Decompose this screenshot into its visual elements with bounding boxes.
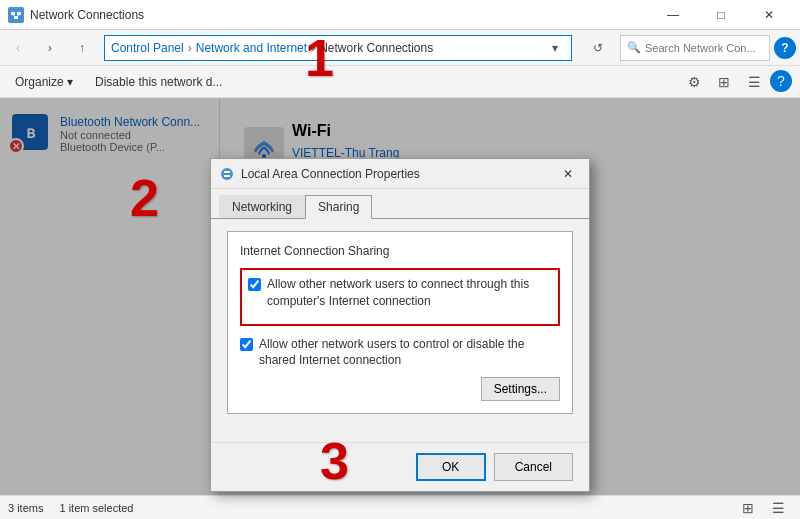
dialog-tabs: Networking Sharing <box>211 189 589 218</box>
address-dropdown-button[interactable]: ▾ <box>545 38 565 58</box>
status-view-controls: ⊞ ☰ <box>734 496 792 520</box>
svg-point-6 <box>221 168 233 180</box>
checkbox-row-2: Allow other network users to control or … <box>240 336 560 370</box>
details-view-button[interactable]: ☰ <box>740 70 768 94</box>
settings-button[interactable]: Settings... <box>481 377 560 401</box>
dialog-close-button[interactable]: ✕ <box>555 163 581 185</box>
breadcrumb-network-connections: Network Connections <box>319 41 433 55</box>
dialog-network-icon <box>219 166 235 182</box>
help-button[interactable]: ? <box>774 37 796 59</box>
minimize-button[interactable]: — <box>650 0 696 30</box>
dialog-title-left: Local Area Connection Properties <box>219 166 420 182</box>
properties-dialog: Local Area Connection Properties ✕ Netwo… <box>210 158 590 492</box>
selected-count: 1 item selected <box>59 502 133 514</box>
content-area: ʙ ✕ Bluetooth Network Conn... Not connec… <box>0 98 800 495</box>
svg-rect-8 <box>224 175 230 177</box>
dialog-title: Local Area Connection Properties <box>241 167 420 181</box>
dialog-footer: OK Cancel <box>211 442 589 491</box>
address-bar[interactable]: Control Panel › Network and Internet › N… <box>104 35 572 61</box>
navigation-toolbar: ‹ › ↑ Control Panel › Network and Intern… <box>0 30 800 66</box>
breadcrumb-control-panel[interactable]: Control Panel <box>111 41 184 55</box>
checkbox-row-1: Allow other network users to connect thr… <box>248 276 552 310</box>
sharing-section-title: Internet Connection Sharing <box>240 244 560 258</box>
main-window: Network Connections — □ ✕ ‹ › ↑ Control … <box>0 0 800 519</box>
svg-rect-0 <box>11 12 15 15</box>
dialog-title-bar: Local Area Connection Properties ✕ <box>211 159 589 189</box>
breadcrumb-separator-1: › <box>188 41 192 55</box>
search-box[interactable]: 🔍 <box>620 35 770 61</box>
cancel-button[interactable]: Cancel <box>494 453 573 481</box>
help-icon-button[interactable]: ? <box>770 70 792 92</box>
network-connections-icon <box>8 7 24 23</box>
status-list-button[interactable]: ☰ <box>764 496 792 520</box>
maximize-button[interactable]: □ <box>698 0 744 30</box>
allow-sharing-label: Allow other network users to connect thr… <box>267 276 552 310</box>
checkbox1-container: Allow other network users to connect thr… <box>240 268 560 326</box>
sharing-section: Internet Connection Sharing Allow other … <box>227 231 573 414</box>
organize-button[interactable]: Organize ▾ <box>8 69 80 95</box>
search-icon: 🔍 <box>627 41 641 54</box>
forward-button[interactable]: › <box>36 34 64 62</box>
status-grid-button[interactable]: ⊞ <box>734 496 762 520</box>
refresh-button[interactable]: ↺ <box>584 34 612 62</box>
step-3-label: 3 <box>320 431 349 491</box>
disable-network-button[interactable]: Disable this network d... <box>88 69 229 95</box>
large-icons-button[interactable]: ⊞ <box>710 70 738 94</box>
title-bar-controls: — □ ✕ <box>650 0 792 30</box>
secondary-toolbar: Organize ▾ Disable this network d... ⚙ ⊞… <box>0 66 800 98</box>
back-button[interactable]: ‹ <box>4 34 32 62</box>
svg-rect-1 <box>17 12 21 15</box>
view-controls: ⚙ ⊞ ☰ ? <box>680 70 792 94</box>
dialog-content: Internet Connection Sharing Allow other … <box>211 218 589 442</box>
allow-sharing-checkbox[interactable] <box>248 278 261 291</box>
breadcrumb-network-internet[interactable]: Network and Internet <box>196 41 307 55</box>
svg-rect-7 <box>224 171 230 173</box>
settings-btn-row: Settings... <box>240 377 560 401</box>
tab-networking[interactable]: Networking <box>219 195 305 218</box>
search-input[interactable] <box>645 42 763 54</box>
close-button[interactable]: ✕ <box>746 0 792 30</box>
item-count: 3 items <box>8 502 43 514</box>
allow-control-checkbox[interactable] <box>240 338 253 351</box>
modal-overlay: Local Area Connection Properties ✕ Netwo… <box>0 98 800 495</box>
title-bar: Network Connections — □ ✕ <box>0 0 800 30</box>
step-1-label: 1 <box>305 28 334 88</box>
window-title: Network Connections <box>30 8 144 22</box>
step-2-label: 2 <box>130 168 159 228</box>
view-settings-button[interactable]: ⚙ <box>680 70 708 94</box>
status-bar: 3 items 1 item selected ⊞ ☰ <box>0 495 800 519</box>
tab-sharing[interactable]: Sharing <box>305 195 372 219</box>
up-button[interactable]: ↑ <box>68 34 96 62</box>
ok-button[interactable]: OK <box>416 453 486 481</box>
title-bar-left: Network Connections <box>8 7 144 23</box>
allow-control-label: Allow other network users to control or … <box>259 336 560 370</box>
